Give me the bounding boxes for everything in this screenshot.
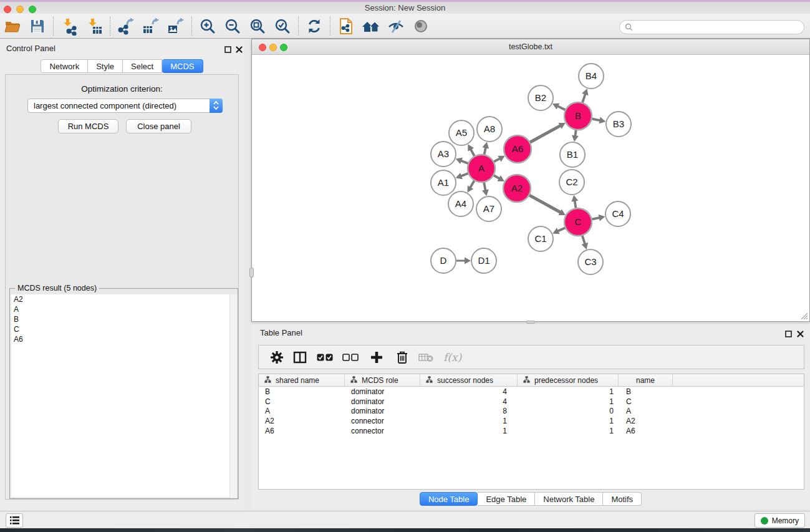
deselect-all-icon[interactable] [337,348,364,367]
edge-C-C2[interactable] [574,200,576,209]
tab-style[interactable]: Style [88,59,123,73]
result-item-a6[interactable]: A6 [11,334,236,344]
tab-edge-table[interactable]: Edge Table [478,492,535,506]
clone-network-icon[interactable] [334,15,359,37]
horizontal-splitter[interactable] [251,321,810,324]
table-row-a2[interactable]: A2connector11A2 [259,416,804,426]
delete-column-trash-icon[interactable] [390,348,415,367]
edge-B-B2[interactable] [557,106,566,110]
result-item-a2[interactable]: A2 [11,294,236,304]
edge-C-C3[interactable] [582,235,586,244]
tab-network[interactable]: Network [41,59,88,73]
node-C2[interactable]: C2 [559,170,584,195]
edge-A-A4[interactable] [470,180,475,188]
column-header-mcds-role[interactable]: MCDS role [345,374,420,386]
table-row-a[interactable]: Adominator80A [259,407,804,417]
node-A6[interactable]: A6 [504,135,531,163]
table-row-b[interactable]: Bdominator41B [259,387,804,397]
tab-node-table[interactable]: Node Table [420,492,478,506]
zoom-fit-icon[interactable] [245,15,270,37]
column-header-name[interactable]: name [619,374,673,386]
node-D1[interactable]: D1 [471,248,496,273]
tab-network-table[interactable]: Network Table [535,492,603,506]
zoom-network-button[interactable] [280,44,287,51]
edge-B-B3[interactable] [592,118,601,120]
tab-mcds[interactable]: MCDS [162,59,203,73]
zoom-in-icon[interactable] [195,15,220,37]
tab-motifs[interactable]: Motifs [603,492,642,506]
edge-A-A7[interactable] [484,182,486,191]
criterion-dropdown[interactable]: largest connected component (directed) [27,99,223,113]
node-A3[interactable]: A3 [431,142,456,167]
export-table-icon[interactable] [138,15,163,37]
node-A7[interactable]: A7 [476,196,501,221]
node-D[interactable]: D [431,248,456,273]
edge-A2-C[interactable] [529,195,561,213]
add-column-icon[interactable] [364,348,390,367]
hide-glasses-icon[interactable] [383,15,408,37]
result-item-c[interactable]: C [11,324,236,334]
node-A1[interactable]: A1 [431,170,456,195]
minimize-window-button[interactable] [16,6,24,13]
save-session-icon[interactable] [25,15,50,37]
tab-select[interactable]: Select [123,59,162,73]
node-A8[interactable]: A8 [477,117,502,142]
node-A5[interactable]: A5 [449,120,474,145]
edge-B-B4[interactable] [582,94,586,104]
close-panel-icon[interactable] [234,44,244,54]
open-file-icon[interactable] [0,15,25,37]
table-row-c[interactable]: Cdominator41C [259,397,804,407]
minimize-network-button[interactable] [269,44,277,51]
network-canvas[interactable]: B4B2BB3A8A5A6A3B1AC2A1A2A4A7C4CC1DD1C3 [252,55,809,321]
float-table-panel-icon[interactable] [783,329,793,339]
result-list-scrollbar[interactable] [229,294,238,498]
resize-grip[interactable] [799,311,809,321]
mcds-result-list[interactable]: A2ABCA6 [11,294,236,497]
result-item-b[interactable]: B [11,314,236,324]
node-B1[interactable]: B1 [560,142,585,167]
column-header-predecessor-nodes[interactable]: predecessor nodes [518,374,619,386]
select-all-checked-icon[interactable] [312,348,337,367]
zoom-out-icon[interactable] [220,15,245,37]
settings-gear-icon[interactable] [266,348,287,367]
search-input[interactable] [633,22,804,33]
node-B3[interactable]: B3 [606,112,631,137]
run-mcds-button[interactable]: Run MCDS [58,119,118,133]
close-window-button[interactable] [4,6,11,13]
import-table-icon[interactable] [82,15,107,37]
edge-C-C4[interactable] [592,218,600,220]
node-B[interactable]: B [564,102,592,130]
close-panel-button[interactable]: Close panel [126,119,191,133]
float-panel-icon[interactable] [223,44,233,54]
node-C[interactable]: C [564,208,592,236]
export-image-icon[interactable] [163,15,188,37]
edge-C-C1[interactable] [557,228,565,231]
close-table-panel-icon[interactable] [795,329,805,339]
close-network-button[interactable] [259,44,266,51]
export-network-icon[interactable] [113,15,138,37]
edge-A-A5[interactable] [470,148,475,157]
task-history-button[interactable] [6,513,23,528]
edge-A-A3[interactable] [460,160,468,163]
search-box[interactable] [619,20,804,34]
splitter-handle[interactable] [249,268,254,278]
table-row-a6[interactable]: A6connector11A6 [259,426,804,436]
refresh-view-icon[interactable] [302,15,327,37]
node-A[interactable]: A [468,155,495,182]
show-eye-icon[interactable] [408,15,433,37]
network-window-titlebar[interactable]: testGlobe.txt [252,39,809,55]
node-B2[interactable]: B2 [528,85,553,110]
splitter-nub[interactable] [526,321,535,324]
result-item-a[interactable]: A [11,304,236,314]
node-C4[interactable]: C4 [605,201,630,226]
memory-button[interactable]: Memory [755,513,805,528]
node-A2[interactable]: A2 [503,175,531,202]
home-icon[interactable] [359,15,383,37]
node-C1[interactable]: C1 [528,226,553,251]
column-header-shared-name[interactable]: shared name [259,374,345,386]
node-A4[interactable]: A4 [448,191,473,216]
zoom-selected-icon[interactable] [270,15,295,37]
zoom-window-button[interactable] [29,6,36,13]
edge-A-A1[interactable] [460,173,468,177]
node-C3[interactable]: C3 [578,249,603,274]
